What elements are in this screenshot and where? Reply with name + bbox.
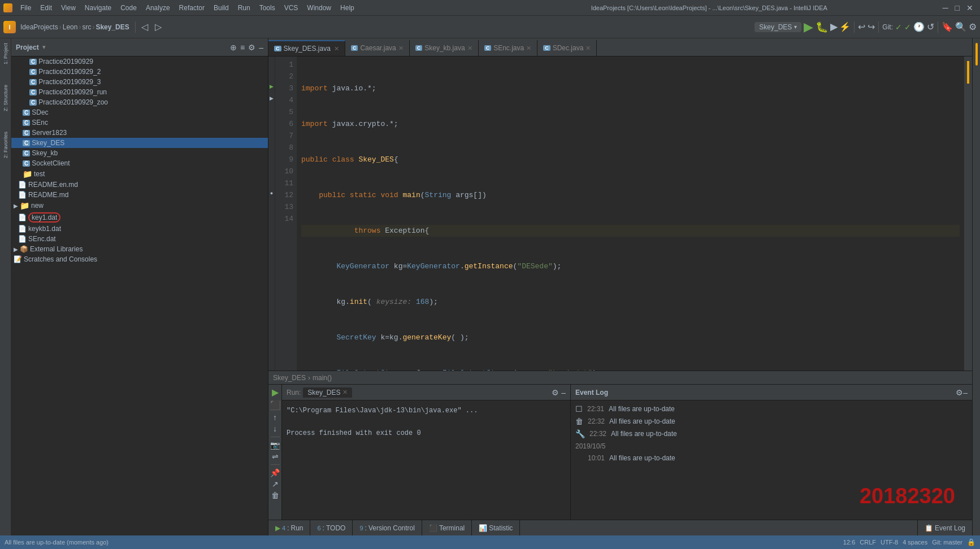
run-scroll-up[interactable]: ↑ (273, 413, 277, 422)
status-indent[interactable]: 4 spaces (903, 539, 927, 546)
tab-sdec[interactable]: C SDec.java ✕ (537, 40, 597, 56)
tree-item-sencdat[interactable]: 📄 SEnc.dat (11, 234, 268, 244)
event-log-settings[interactable]: ⚙ (956, 388, 963, 397)
tree-item-practice2[interactable]: C Practice20190929_2 (11, 67, 268, 77)
menu-build[interactable]: Build (209, 3, 233, 13)
menu-help[interactable]: Help (336, 3, 359, 13)
tool-tab-event-log[interactable]: 📋 Event Log (917, 520, 972, 536)
run-play-button[interactable]: ▶ (804, 20, 813, 34)
run-config-dropdown[interactable]: Skey_DES ▾ (754, 22, 801, 32)
menu-code[interactable]: Code (116, 3, 141, 13)
favorites-sidebar-icon[interactable]: 2: Favorites (2, 127, 10, 163)
breadcrumb-file-name[interactable]: Skey_DES (273, 374, 306, 382)
tree-item-skey-kb[interactable]: C Skey_kb (11, 148, 268, 158)
profile-button[interactable]: ⚡ (839, 21, 851, 32)
close-tab-senc[interactable]: ✕ (526, 45, 531, 52)
menu-navigate[interactable]: Navigate (80, 3, 116, 13)
project-locate-button[interactable]: ⊕ (230, 43, 237, 52)
run-camera-button[interactable]: 📷 (270, 441, 280, 450)
tab-senc[interactable]: C SEnc.java ✕ (479, 40, 538, 56)
event-log-minimize[interactable]: – (963, 388, 968, 397)
tree-item-practice-zoo[interactable]: C Practice20190929_zoo (11, 97, 268, 107)
expand-arrow-4[interactable]: ▶ (270, 95, 274, 101)
menu-file[interactable]: File (16, 3, 36, 13)
project-expand-button[interactable]: ≡ (240, 43, 245, 52)
minimize-button[interactable]: ─ (940, 3, 951, 12)
redo-button[interactable]: ↪ (868, 21, 875, 32)
project-close-button[interactable]: – (259, 43, 263, 52)
breadcrumb-ideaprojects[interactable]: IdeaProjects (20, 23, 58, 31)
menu-view[interactable]: View (57, 3, 80, 13)
project-sidebar-icon[interactable]: 1: Project (2, 38, 10, 69)
tree-item-external[interactable]: ▶ 📦 External Libraries (11, 244, 268, 254)
breadcrumb-method[interactable]: main() (313, 374, 332, 382)
maximize-button[interactable]: □ (953, 3, 962, 12)
close-tab-caesar[interactable]: ✕ (398, 45, 404, 52)
tree-item-sdec[interactable]: C SDec (11, 107, 268, 117)
tree-item-readme-en[interactable]: 📄 README.en.md (11, 180, 268, 190)
tree-item-socket[interactable]: C SocketClient (11, 158, 268, 168)
settings-button[interactable]: ⚙ (969, 21, 977, 32)
run-trash-button[interactable]: 🗑 (271, 491, 279, 500)
run-play-side-button[interactable]: ▶ (272, 387, 279, 398)
menu-run[interactable]: Run (233, 3, 255, 13)
menu-edit[interactable]: Edit (36, 3, 57, 13)
tree-item-new[interactable]: ▶ 📁 new (11, 200, 268, 211)
find-button[interactable]: 🔍 (955, 21, 966, 32)
status-git[interactable]: Git: master (932, 539, 962, 546)
tool-tab-run[interactable]: ▶ 4: Run (268, 520, 310, 536)
menu-refactor[interactable]: Refactor (175, 3, 209, 13)
run-active-tab[interactable]: Skey_DES ✕ (303, 387, 352, 398)
git-rollback-button[interactable]: ↺ (927, 21, 934, 32)
tree-item-practice3[interactable]: C Practice20190929_3 (11, 77, 268, 87)
structure-sidebar-icon[interactable]: Z: Structure (2, 80, 10, 116)
menu-tools[interactable]: Tools (255, 3, 280, 13)
menu-window[interactable]: Window (302, 3, 336, 13)
git-check1[interactable]: ✓ (895, 23, 902, 32)
tab-skey-kb[interactable]: C Skey_kb.java ✕ (410, 40, 479, 56)
git-history-button[interactable]: 🕐 (913, 21, 925, 32)
menu-vcs[interactable]: VCS (280, 3, 303, 13)
tree-item-readme[interactable]: 📄 README.md (11, 190, 268, 200)
close-tab-sdec[interactable]: ✕ (586, 45, 591, 52)
run-pin-button[interactable]: 📌 (270, 468, 280, 477)
run-minimize-button[interactable]: – (561, 388, 566, 397)
tree-item-skey-des[interactable]: C Skey_DES (11, 138, 268, 148)
run-settings-button[interactable]: ⚙ (552, 388, 559, 397)
tree-item-key1dat[interactable]: 📄 key1.dat (11, 211, 268, 224)
tool-tab-version-control[interactable]: 9: Version Control (353, 520, 422, 536)
bookmark-button[interactable]: 🔖 (942, 21, 953, 32)
breadcrumb-leon[interactable]: Leon (63, 23, 78, 31)
tree-item-server[interactable]: C Server1823 (11, 128, 268, 138)
run-scroll-down[interactable]: ↓ (273, 424, 277, 433)
tree-item-keykb1dat[interactable]: 📄 keykb1.dat (11, 224, 268, 234)
close-run-tab[interactable]: ✕ (342, 389, 348, 396)
git-check2[interactable]: ✓ (904, 23, 911, 32)
run-with-coverage-button[interactable]: ▶ (830, 21, 837, 32)
run-wrap-button[interactable]: ⇌ (272, 452, 279, 461)
code-content[interactable]: import java.io.*; import javax.crypto.*;… (297, 56, 964, 371)
tree-item-scratches[interactable]: 📝 Scratches and Consoles (11, 254, 268, 264)
tool-tab-statistic[interactable]: 📊 Statistic (472, 520, 520, 536)
close-button[interactable]: ✕ (964, 3, 975, 12)
status-cursor[interactable]: 12:6 (843, 539, 855, 546)
close-tab-skey-des[interactable]: ✕ (334, 45, 339, 53)
run-move-button[interactable]: ↗ (272, 480, 279, 489)
tree-item-test[interactable]: 📁 test (11, 168, 268, 180)
tab-caesar[interactable]: C Caesar.java ✕ (345, 40, 410, 56)
close-tab-skey-kb[interactable]: ✕ (467, 45, 472, 52)
tree-item-practice1[interactable]: C Practice20190929 (11, 56, 268, 67)
status-line-sep[interactable]: CRLF (860, 539, 876, 546)
menu-analyze[interactable]: Analyze (141, 3, 175, 13)
tab-skey-des[interactable]: C Skey_DES.java ✕ (268, 40, 345, 56)
tool-tab-todo[interactable]: 6: TODO (310, 520, 353, 536)
undo-button[interactable]: ↩ (858, 21, 865, 32)
project-gear-button[interactable]: ⚙ (248, 43, 255, 52)
debug-button[interactable]: 🐛 (816, 21, 828, 33)
status-encoding[interactable]: UTF-8 (881, 539, 898, 546)
nav-forward-button[interactable]: ▷ (153, 20, 164, 33)
tree-item-senc[interactable]: C SEnc (11, 117, 268, 128)
tool-tab-terminal[interactable]: ⬛ Terminal (422, 520, 472, 536)
nav-back-button[interactable]: ◁ (139, 20, 150, 33)
tree-item-practice-run[interactable]: C Practice20190929_run (11, 87, 268, 97)
